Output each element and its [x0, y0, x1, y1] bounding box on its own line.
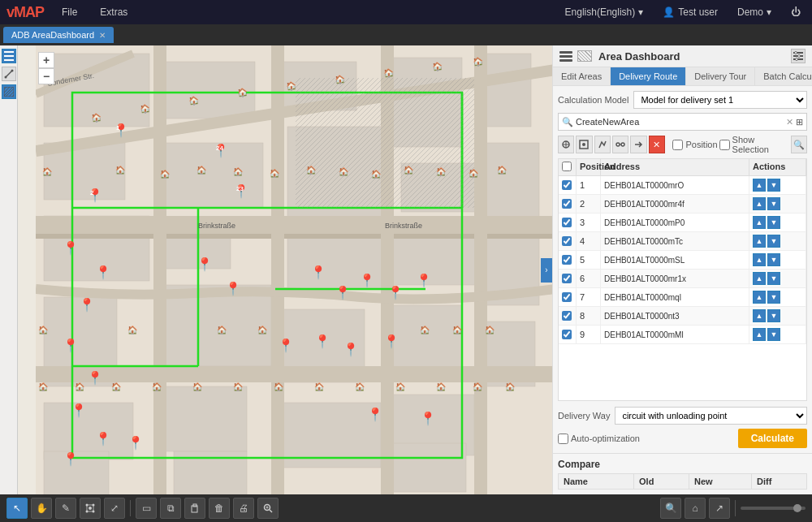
user-menu[interactable]: 👤 Test user: [658, 5, 723, 19]
select-all-checkbox[interactable]: [562, 162, 572, 171]
map-pin-11[interactable]: 📍: [127, 435, 144, 451]
tool-select[interactable]: ↖: [6, 498, 28, 519]
row-down-btn-8[interactable]: ▼: [767, 309, 780, 322]
row-up-btn-7[interactable]: ▲: [753, 291, 766, 304]
tab-close-button[interactable]: ✕: [99, 31, 106, 40]
tool-rectangle[interactable]: ▭: [136, 498, 157, 519]
auto-opt-checkbox[interactable]: [558, 434, 568, 444]
tool-hand[interactable]: ✋: [31, 498, 52, 519]
layers-icon[interactable]: [2, 49, 16, 63]
tool-zoom-area[interactable]: [257, 498, 279, 519]
tab-delivery-tour[interactable]: Delivery Tour: [686, 67, 755, 85]
row-down-btn-6[interactable]: ▼: [767, 272, 780, 285]
row-down-btn-7[interactable]: ▼: [767, 291, 780, 304]
map-pin-4[interactable]: 📍: [95, 265, 111, 280]
map-pin-1[interactable]: 📍1: [113, 123, 129, 138]
tab-edit-areas[interactable]: Edit Areas: [553, 67, 611, 85]
zoom-slider[interactable]: [741, 507, 806, 510]
map-pin-22[interactable]: 📍: [314, 334, 330, 349]
map-pin-20[interactable]: 📍: [416, 273, 432, 288]
map-pin-21[interactable]: 📍: [278, 338, 294, 353]
search-extend-button[interactable]: ⊞: [796, 117, 803, 127]
row-up-btn-8[interactable]: ▲: [753, 309, 766, 322]
tool-search-map[interactable]: 🔍: [660, 498, 681, 519]
map-pin-15[interactable]: 📍: [225, 281, 241, 296]
tool-search-btn[interactable]: 🔍: [791, 136, 807, 153]
row-up-btn-3[interactable]: ▲: [753, 216, 766, 229]
map-pin-2[interactable]: 📍2: [87, 188, 103, 203]
hatch-icon[interactable]: [2, 84, 16, 99]
tool-home[interactable]: ⌂: [685, 498, 706, 519]
power-button[interactable]: ⏻: [786, 5, 806, 19]
map-pin-6[interactable]: 📍: [63, 338, 79, 353]
row-up-btn-5[interactable]: ▲: [753, 253, 766, 266]
map-pin-23[interactable]: 📍: [343, 342, 359, 357]
map-pin-8[interactable]: 📍: [71, 403, 87, 418]
row-down-btn-2[interactable]: ▼: [767, 197, 780, 210]
row-down-btn-9[interactable]: ▼: [767, 328, 780, 341]
map-pin-7[interactable]: 📍: [87, 370, 103, 386]
tool-print[interactable]: 🖨: [233, 498, 254, 519]
tool-share[interactable]: ↗: [709, 498, 730, 519]
tab-delivery-route[interactable]: Delivery Route: [611, 67, 686, 85]
map-pin-10[interactable]: 📍: [63, 451, 79, 467]
map-pin-25[interactable]: 📍: [367, 407, 383, 422]
tab-batch-calculation[interactable]: Batch Calculation: [755, 67, 812, 85]
map-pin-12[interactable]: 📍24: [213, 143, 229, 158]
calculate-button[interactable]: Calculate: [738, 429, 807, 448]
row-down-btn-4[interactable]: ▼: [767, 235, 780, 248]
map-pin-16[interactable]: 📍: [310, 265, 326, 280]
show-selection-checkbox-label[interactable]: Show Selection: [719, 135, 788, 154]
tool-draw[interactable]: ✎: [55, 498, 76, 519]
row-down-btn-5[interactable]: ▼: [767, 253, 780, 266]
file-menu[interactable]: File: [57, 5, 82, 19]
map-pin-17[interactable]: 📍: [335, 285, 351, 300]
map-pin-14[interactable]: 📍: [197, 257, 213, 272]
position-checkbox-label[interactable]: Position: [672, 140, 717, 150]
tool-paste[interactable]: [184, 498, 205, 519]
map-pin-24[interactable]: 📍: [383, 334, 400, 349]
tool-btn-2[interactable]: [576, 136, 592, 153]
row-up-btn-6[interactable]: ▲: [753, 272, 766, 285]
route-icon[interactable]: [2, 67, 16, 81]
zoom-out-button[interactable]: −: [38, 68, 54, 84]
map-pin-18[interactable]: 📍: [359, 273, 375, 288]
delivery-way-select[interactable]: circuit with unloading point direct rout…: [615, 407, 807, 425]
position-checkbox[interactable]: [672, 140, 683, 150]
map-area[interactable]: Sonderner Str. Brinkstraße Brinkstraße 📍…: [0, 45, 552, 494]
map-pin-9[interactable]: 📍: [95, 431, 111, 447]
zoom-slider-thumb[interactable]: [793, 504, 801, 512]
tool-btn-5[interactable]: [630, 136, 646, 153]
row-down-btn-1[interactable]: ▼: [767, 179, 780, 192]
tool-btn-4[interactable]: [612, 136, 628, 153]
panel-settings-button[interactable]: [791, 49, 806, 63]
tool-copy[interactable]: ⧉: [160, 498, 181, 519]
row-up-btn-9[interactable]: ▲: [753, 328, 766, 341]
tool-btn-delete[interactable]: ✕: [649, 136, 665, 153]
zoom-in-button[interactable]: +: [38, 52, 54, 68]
tool-delete[interactable]: 🗑: [209, 498, 230, 519]
auto-opt-label[interactable]: Auto-optimization: [558, 434, 640, 444]
search-clear-button[interactable]: ✕: [786, 117, 793, 127]
calc-model-select[interactable]: Model for delivery set 1 Model for deliv…: [633, 91, 807, 109]
panel-expand-button[interactable]: ›: [541, 258, 552, 283]
map-pin-26[interactable]: 📍: [420, 411, 436, 426]
search-input[interactable]: [576, 117, 784, 127]
show-selection-checkbox[interactable]: [719, 140, 730, 150]
map-pin-3[interactable]: 📍: [63, 240, 79, 256]
tool-btn-3[interactable]: [594, 136, 611, 153]
map-pin-5[interactable]: 📍: [79, 297, 95, 313]
tool-route[interactable]: ⤢: [104, 498, 125, 519]
demo-menu[interactable]: Demo ▾: [732, 5, 776, 19]
extras-menu[interactable]: Extras: [95, 5, 132, 19]
row-up-btn-2[interactable]: ▲: [753, 197, 766, 210]
tab-area-dashboard[interactable]: ADB AreaDashboard ✕: [3, 27, 114, 43]
tool-node[interactable]: [80, 498, 101, 519]
row-up-btn-1[interactable]: ▲: [753, 179, 766, 192]
tool-btn-1[interactable]: [558, 136, 574, 153]
map-pin-13[interactable]: 📍23: [233, 183, 249, 199]
language-selector[interactable]: English(English) ▾: [560, 5, 649, 19]
row-up-btn-4[interactable]: ▲: [753, 235, 766, 248]
row-down-btn-3[interactable]: ▼: [767, 216, 780, 229]
map-pin-19[interactable]: 📍: [387, 285, 404, 300]
